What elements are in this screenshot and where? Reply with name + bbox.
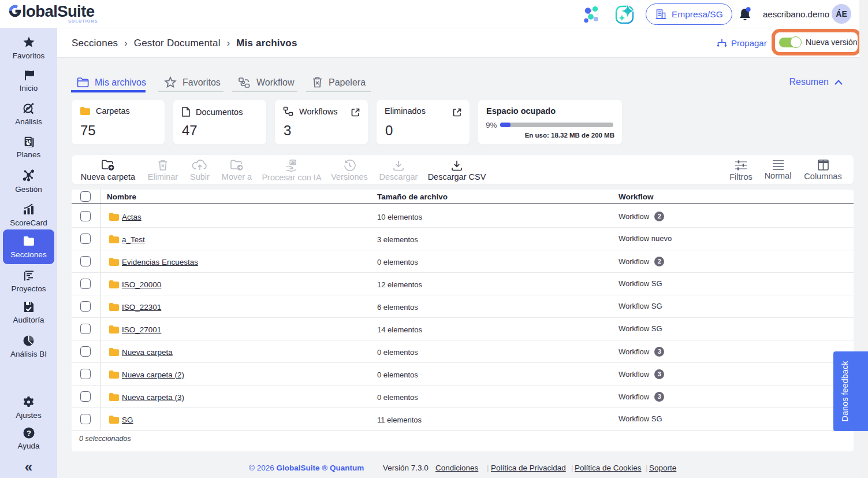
svg-text:?: ? <box>27 429 31 438</box>
svg-text:lobalSuite: lobalSuite <box>22 3 95 20</box>
svg-text:AI: AI <box>291 161 295 165</box>
